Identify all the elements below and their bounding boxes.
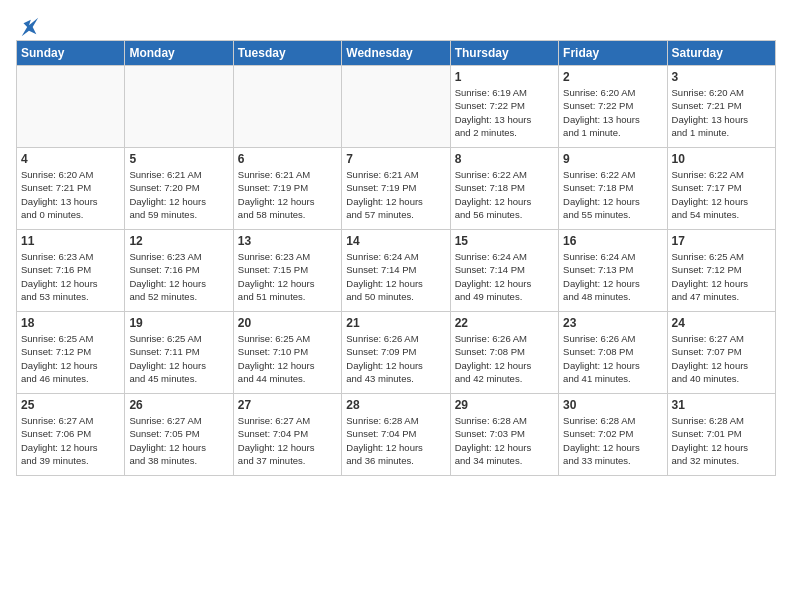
calendar-week-row: 1Sunrise: 6:19 AM Sunset: 7:22 PM Daylig… — [17, 66, 776, 148]
calendar-cell: 14Sunrise: 6:24 AM Sunset: 7:14 PM Dayli… — [342, 230, 450, 312]
calendar-cell — [342, 66, 450, 148]
calendar-cell: 25Sunrise: 6:27 AM Sunset: 7:06 PM Dayli… — [17, 394, 125, 476]
calendar-week-row: 11Sunrise: 6:23 AM Sunset: 7:16 PM Dayli… — [17, 230, 776, 312]
day-number: 9 — [563, 152, 662, 166]
calendar-cell: 10Sunrise: 6:22 AM Sunset: 7:17 PM Dayli… — [667, 148, 775, 230]
day-info: Sunrise: 6:22 AM Sunset: 7:18 PM Dayligh… — [563, 168, 662, 221]
day-number: 18 — [21, 316, 120, 330]
calendar-table: SundayMondayTuesdayWednesdayThursdayFrid… — [16, 40, 776, 476]
day-info: Sunrise: 6:26 AM Sunset: 7:08 PM Dayligh… — [563, 332, 662, 385]
calendar-cell: 4Sunrise: 6:20 AM Sunset: 7:21 PM Daylig… — [17, 148, 125, 230]
calendar-cell: 8Sunrise: 6:22 AM Sunset: 7:18 PM Daylig… — [450, 148, 558, 230]
day-number: 26 — [129, 398, 228, 412]
day-number: 4 — [21, 152, 120, 166]
day-info: Sunrise: 6:21 AM Sunset: 7:19 PM Dayligh… — [238, 168, 337, 221]
calendar-cell: 17Sunrise: 6:25 AM Sunset: 7:12 PM Dayli… — [667, 230, 775, 312]
calendar-cell: 23Sunrise: 6:26 AM Sunset: 7:08 PM Dayli… — [559, 312, 667, 394]
day-number: 3 — [672, 70, 771, 84]
day-number: 31 — [672, 398, 771, 412]
calendar-cell: 6Sunrise: 6:21 AM Sunset: 7:19 PM Daylig… — [233, 148, 341, 230]
calendar-cell: 12Sunrise: 6:23 AM Sunset: 7:16 PM Dayli… — [125, 230, 233, 312]
day-number: 1 — [455, 70, 554, 84]
calendar-cell: 29Sunrise: 6:28 AM Sunset: 7:03 PM Dayli… — [450, 394, 558, 476]
day-number: 15 — [455, 234, 554, 248]
title-block — [40, 16, 776, 18]
day-info: Sunrise: 6:25 AM Sunset: 7:12 PM Dayligh… — [672, 250, 771, 303]
weekday-header-row: SundayMondayTuesdayWednesdayThursdayFrid… — [17, 41, 776, 66]
calendar-cell: 21Sunrise: 6:26 AM Sunset: 7:09 PM Dayli… — [342, 312, 450, 394]
calendar-cell: 15Sunrise: 6:24 AM Sunset: 7:14 PM Dayli… — [450, 230, 558, 312]
day-info: Sunrise: 6:28 AM Sunset: 7:03 PM Dayligh… — [455, 414, 554, 467]
weekday-header-monday: Monday — [125, 41, 233, 66]
day-number: 7 — [346, 152, 445, 166]
day-info: Sunrise: 6:26 AM Sunset: 7:09 PM Dayligh… — [346, 332, 445, 385]
day-info: Sunrise: 6:25 AM Sunset: 7:10 PM Dayligh… — [238, 332, 337, 385]
header — [16, 16, 776, 34]
calendar-cell: 13Sunrise: 6:23 AM Sunset: 7:15 PM Dayli… — [233, 230, 341, 312]
weekday-header-wednesday: Wednesday — [342, 41, 450, 66]
day-number: 8 — [455, 152, 554, 166]
day-number: 28 — [346, 398, 445, 412]
day-info: Sunrise: 6:23 AM Sunset: 7:16 PM Dayligh… — [21, 250, 120, 303]
day-number: 23 — [563, 316, 662, 330]
weekday-header-thursday: Thursday — [450, 41, 558, 66]
logo — [16, 16, 40, 34]
calendar-cell: 30Sunrise: 6:28 AM Sunset: 7:02 PM Dayli… — [559, 394, 667, 476]
day-info: Sunrise: 6:23 AM Sunset: 7:16 PM Dayligh… — [129, 250, 228, 303]
calendar-cell: 20Sunrise: 6:25 AM Sunset: 7:10 PM Dayli… — [233, 312, 341, 394]
calendar-cell: 27Sunrise: 6:27 AM Sunset: 7:04 PM Dayli… — [233, 394, 341, 476]
day-number: 27 — [238, 398, 337, 412]
day-number: 13 — [238, 234, 337, 248]
day-info: Sunrise: 6:26 AM Sunset: 7:08 PM Dayligh… — [455, 332, 554, 385]
day-number: 6 — [238, 152, 337, 166]
calendar-cell — [233, 66, 341, 148]
day-info: Sunrise: 6:20 AM Sunset: 7:22 PM Dayligh… — [563, 86, 662, 139]
day-number: 22 — [455, 316, 554, 330]
weekday-header-saturday: Saturday — [667, 41, 775, 66]
day-number: 24 — [672, 316, 771, 330]
weekday-header-sunday: Sunday — [17, 41, 125, 66]
day-info: Sunrise: 6:27 AM Sunset: 7:07 PM Dayligh… — [672, 332, 771, 385]
day-number: 14 — [346, 234, 445, 248]
calendar-cell — [17, 66, 125, 148]
day-info: Sunrise: 6:28 AM Sunset: 7:04 PM Dayligh… — [346, 414, 445, 467]
day-info: Sunrise: 6:20 AM Sunset: 7:21 PM Dayligh… — [21, 168, 120, 221]
day-number: 12 — [129, 234, 228, 248]
day-info: Sunrise: 6:24 AM Sunset: 7:14 PM Dayligh… — [346, 250, 445, 303]
calendar-cell: 1Sunrise: 6:19 AM Sunset: 7:22 PM Daylig… — [450, 66, 558, 148]
calendar-cell: 11Sunrise: 6:23 AM Sunset: 7:16 PM Dayli… — [17, 230, 125, 312]
day-info: Sunrise: 6:21 AM Sunset: 7:19 PM Dayligh… — [346, 168, 445, 221]
day-number: 25 — [21, 398, 120, 412]
logo-bird-icon — [18, 16, 40, 38]
day-number: 2 — [563, 70, 662, 84]
day-number: 16 — [563, 234, 662, 248]
day-info: Sunrise: 6:27 AM Sunset: 7:04 PM Dayligh… — [238, 414, 337, 467]
day-info: Sunrise: 6:25 AM Sunset: 7:12 PM Dayligh… — [21, 332, 120, 385]
calendar-cell: 18Sunrise: 6:25 AM Sunset: 7:12 PM Dayli… — [17, 312, 125, 394]
day-info: Sunrise: 6:28 AM Sunset: 7:01 PM Dayligh… — [672, 414, 771, 467]
calendar-cell — [125, 66, 233, 148]
calendar-cell: 31Sunrise: 6:28 AM Sunset: 7:01 PM Dayli… — [667, 394, 775, 476]
day-number: 11 — [21, 234, 120, 248]
calendar-week-row: 25Sunrise: 6:27 AM Sunset: 7:06 PM Dayli… — [17, 394, 776, 476]
day-number: 21 — [346, 316, 445, 330]
day-info: Sunrise: 6:20 AM Sunset: 7:21 PM Dayligh… — [672, 86, 771, 139]
calendar-cell: 22Sunrise: 6:26 AM Sunset: 7:08 PM Dayli… — [450, 312, 558, 394]
calendar-cell: 28Sunrise: 6:28 AM Sunset: 7:04 PM Dayli… — [342, 394, 450, 476]
day-number: 17 — [672, 234, 771, 248]
day-info: Sunrise: 6:21 AM Sunset: 7:20 PM Dayligh… — [129, 168, 228, 221]
day-number: 30 — [563, 398, 662, 412]
calendar-cell: 24Sunrise: 6:27 AM Sunset: 7:07 PM Dayli… — [667, 312, 775, 394]
day-info: Sunrise: 6:23 AM Sunset: 7:15 PM Dayligh… — [238, 250, 337, 303]
day-info: Sunrise: 6:25 AM Sunset: 7:11 PM Dayligh… — [129, 332, 228, 385]
day-info: Sunrise: 6:19 AM Sunset: 7:22 PM Dayligh… — [455, 86, 554, 139]
day-number: 10 — [672, 152, 771, 166]
calendar-cell: 16Sunrise: 6:24 AM Sunset: 7:13 PM Dayli… — [559, 230, 667, 312]
calendar-week-row: 4Sunrise: 6:20 AM Sunset: 7:21 PM Daylig… — [17, 148, 776, 230]
weekday-header-tuesday: Tuesday — [233, 41, 341, 66]
day-number: 20 — [238, 316, 337, 330]
calendar-cell: 2Sunrise: 6:20 AM Sunset: 7:22 PM Daylig… — [559, 66, 667, 148]
day-info: Sunrise: 6:22 AM Sunset: 7:18 PM Dayligh… — [455, 168, 554, 221]
day-number: 29 — [455, 398, 554, 412]
calendar-cell: 26Sunrise: 6:27 AM Sunset: 7:05 PM Dayli… — [125, 394, 233, 476]
